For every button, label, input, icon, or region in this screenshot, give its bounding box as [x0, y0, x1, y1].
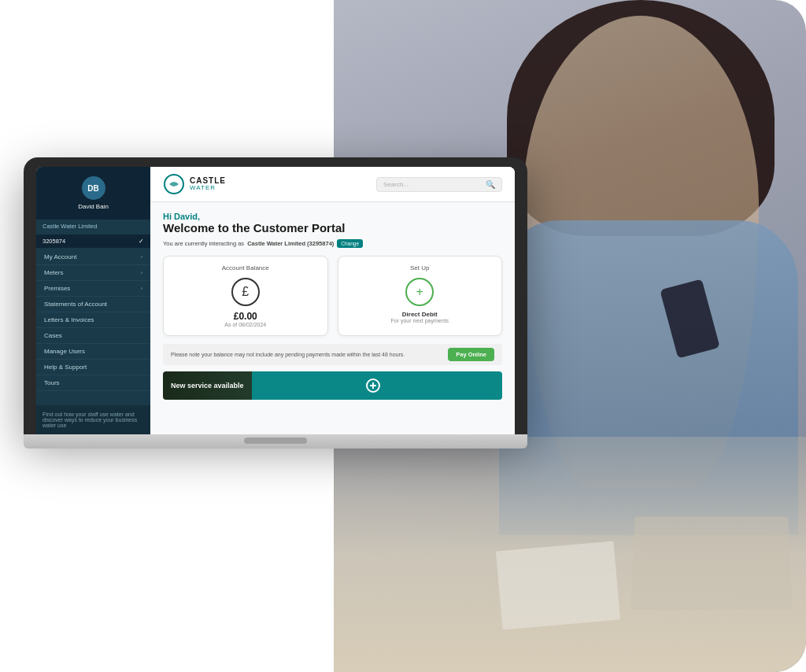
sidebar-item-label: My Account — [44, 253, 76, 260]
new-service-label: New service available — [171, 382, 244, 390]
card-sub-note: For your next payments — [351, 318, 490, 323]
laptop: DB David Bain Castle Water Limited 32058… — [24, 157, 527, 449]
interacting-bar: You are currently interacting as Castle … — [163, 239, 502, 248]
sidebar-item-tours[interactable]: Tours — [36, 375, 150, 391]
sidebar-user-area: DB David Bain — [36, 167, 150, 220]
sidebar-item-letters[interactable]: Letters & Invoices — [36, 312, 150, 328]
card-currency-icon: £ — [231, 278, 260, 306]
account-balance-card: Account Balance £ £0.00 As of 08/02/2024 — [163, 256, 328, 336]
setup-card: Set Up + Direct Debit For your next paym… — [338, 256, 503, 336]
sidebar-footer-text: Find out how your staff use water and di… — [43, 412, 137, 428]
user-name: David Bain — [78, 203, 109, 210]
laptop-screen: DB David Bain Castle Water Limited 32058… — [36, 167, 515, 434]
interacting-text: You are currently interacting as — [163, 240, 244, 247]
card-date: As of 08/02/2024 — [176, 322, 315, 327]
sidebar: DB David Bain Castle Water Limited 32058… — [36, 167, 150, 434]
sidebar-item-label: Premises — [44, 285, 70, 292]
logo-text: CASTLE WATER — [190, 177, 226, 191]
notice-bar: Please note your balance may not include… — [163, 344, 502, 365]
portal-body: Hi David, Welcome to the Customer Portal… — [150, 202, 515, 434]
user-initials: DB — [87, 184, 98, 193]
search-icon: 🔍 — [486, 180, 495, 189]
sidebar-item-label: Help & Support — [44, 364, 87, 371]
sidebar-item-statements[interactable]: Statements of Account — [36, 297, 150, 312]
sidebar-item-label: Meters — [44, 269, 63, 276]
sidebar-item-help[interactable]: Help & Support — [36, 360, 150, 375]
sidebar-arrow: › — [141, 254, 142, 260]
card-title: Set Up — [351, 264, 490, 271]
sidebar-item-premises[interactable]: Premises › — [36, 281, 150, 297]
search-placeholder: Search... — [383, 181, 482, 188]
sidebar-org: Castle Water Limited — [36, 220, 150, 233]
card-sub-title: Direct Debit — [351, 311, 490, 318]
welcome-title: Welcome to the Customer Portal — [163, 221, 502, 234]
sidebar-item-manage-users[interactable]: Manage Users — [36, 344, 150, 360]
sidebar-item-meters[interactable]: Meters › — [36, 265, 150, 281]
sidebar-footer: Find out how your staff use water and di… — [36, 405, 150, 434]
sidebar-item-label: Cases — [44, 332, 62, 339]
new-service-teal-panel — [252, 371, 494, 400]
greeting: Hi David, — [163, 212, 502, 221]
sidebar-item-label: Letters & Invoices — [44, 316, 94, 323]
user-avatar: DB — [82, 176, 105, 200]
sidebar-item-label: Manage Users — [44, 348, 85, 355]
account-id-check: ✓ — [139, 238, 144, 245]
main-content: CASTLE WATER Search... 🔍 Hi David, Welco… — [150, 167, 515, 434]
sidebar-item-cases[interactable]: Cases — [36, 328, 150, 344]
sidebar-item-label: Statements of Account — [44, 301, 107, 308]
sidebar-item-label: Tours — [44, 379, 60, 386]
portal-header: CASTLE WATER Search... 🔍 — [150, 167, 515, 202]
interacting-name: Castle Water Limited (3295874) — [247, 240, 334, 247]
logo-icon — [163, 173, 185, 195]
laptop-outer: DB David Bain Castle Water Limited 32058… — [24, 157, 527, 434]
account-id-text: 3205874 — [43, 238, 65, 245]
card-plus-icon[interactable]: + — [405, 278, 434, 306]
logo-area: CASTLE WATER — [163, 173, 226, 195]
sidebar-account-id[interactable]: 3205874 ✓ — [36, 234, 150, 248]
desk-laptop — [630, 516, 792, 609]
pay-online-button[interactable]: Pay Online — [448, 348, 494, 361]
card-title: Account Balance — [176, 264, 315, 271]
new-service-bar: New service available — [163, 371, 502, 400]
laptop-base — [24, 434, 527, 449]
notice-text: Please note your balance may not include… — [171, 352, 405, 357]
notebook-shape — [496, 541, 620, 630]
search-bar[interactable]: Search... 🔍 — [376, 177, 502, 192]
scene: DB David Bain Castle Water Limited 32058… — [0, 0, 806, 672]
sidebar-arrow: › — [141, 270, 142, 275]
cards-row: Account Balance £ £0.00 As of 08/02/2024… — [163, 256, 502, 336]
sidebar-arrow: › — [141, 286, 142, 291]
logo-water: WATER — [190, 185, 226, 191]
card-amount: £0.00 — [176, 311, 315, 322]
currency-symbol: £ — [242, 285, 249, 299]
plus-symbol: + — [416, 285, 423, 299]
sidebar-item-my-account[interactable]: My Account › — [36, 249, 150, 265]
change-button[interactable]: Change — [337, 239, 363, 248]
